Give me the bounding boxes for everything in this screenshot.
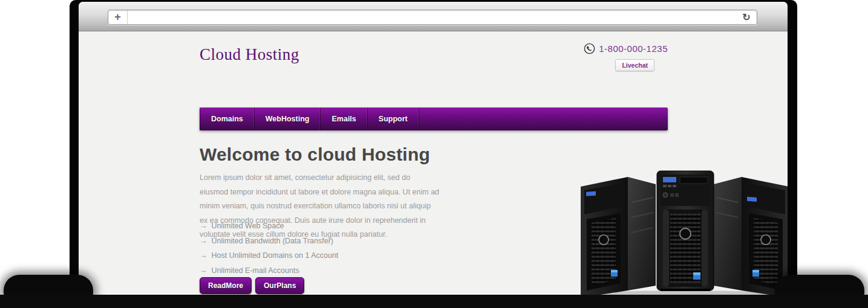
server-tower-left bbox=[581, 177, 656, 298]
new-tab-button[interactable]: + bbox=[108, 10, 128, 24]
nav-item-webhosting[interactable]: WebHosting bbox=[255, 107, 321, 130]
server-tower-right bbox=[714, 177, 788, 298]
nav-item-support[interactable]: Support bbox=[368, 107, 419, 130]
arrow-icon: → bbox=[200, 266, 207, 275]
browser-window: + ↻ Cloud Hosting 1-800-000-1235 Livecha… bbox=[79, 2, 788, 299]
feature-label: Unlimited Bandwidth (Data Transfer) bbox=[212, 237, 333, 245]
server-towers-image bbox=[449, 166, 788, 299]
refresh-button[interactable]: ↻ bbox=[736, 10, 757, 24]
arrow-icon: → bbox=[200, 222, 207, 230]
readmore-button[interactable]: ReadMore bbox=[200, 277, 252, 294]
feature-label: Host Unlimited Domains on 1 Account bbox=[212, 251, 339, 260]
main-nav: Domains WebHosting Emails Support bbox=[200, 107, 668, 130]
nav-item-emails[interactable]: Emails bbox=[321, 107, 367, 130]
list-item: →Unlimited Web Space bbox=[200, 222, 338, 230]
address-bar[interactable]: + ↻ bbox=[108, 10, 757, 25]
feature-label: Unlimited Web Space bbox=[212, 222, 284, 230]
url-input[interactable] bbox=[128, 10, 736, 24]
feature-list: →Unlimited Web Space →Unlimited Bandwidt… bbox=[200, 222, 338, 281]
laptop-base-bar bbox=[0, 295, 868, 308]
arrow-icon: → bbox=[200, 237, 207, 245]
plus-icon: + bbox=[114, 11, 121, 24]
nav-item-domains[interactable]: Domains bbox=[200, 107, 255, 130]
phone-number: 1-800-000-1235 bbox=[599, 43, 668, 54]
refresh-icon: ↻ bbox=[742, 11, 750, 23]
site-logo[interactable]: Cloud Hosting bbox=[200, 45, 299, 64]
feature-label: Unlimited E-mail Accounts bbox=[212, 266, 299, 275]
phone-line: 1-800-000-1235 bbox=[584, 43, 668, 54]
livechat-button[interactable]: Livechat bbox=[615, 59, 654, 71]
list-item: →Host Unlimited Domains on 1 Account bbox=[200, 251, 338, 260]
list-item: →Unlimited E-mail Accounts bbox=[200, 266, 338, 275]
server-tower-middle bbox=[657, 171, 714, 291]
header-contact: 1-800-000-1235 Livechat bbox=[584, 43, 668, 71]
ourplans-button[interactable]: OurPlans bbox=[255, 277, 304, 294]
page-content: Cloud Hosting 1-800-000-1235 Livechat Do… bbox=[79, 32, 788, 299]
list-item: →Unlimited Bandwidth (Data Transfer) bbox=[200, 237, 338, 245]
cta-row: ReadMore OurPlans bbox=[200, 277, 304, 294]
page-title: Welcome to cloud Hosting bbox=[200, 144, 430, 165]
browser-chrome: + ↻ bbox=[79, 2, 788, 31]
arrow-icon: → bbox=[200, 251, 207, 260]
phone-icon bbox=[584, 43, 595, 54]
